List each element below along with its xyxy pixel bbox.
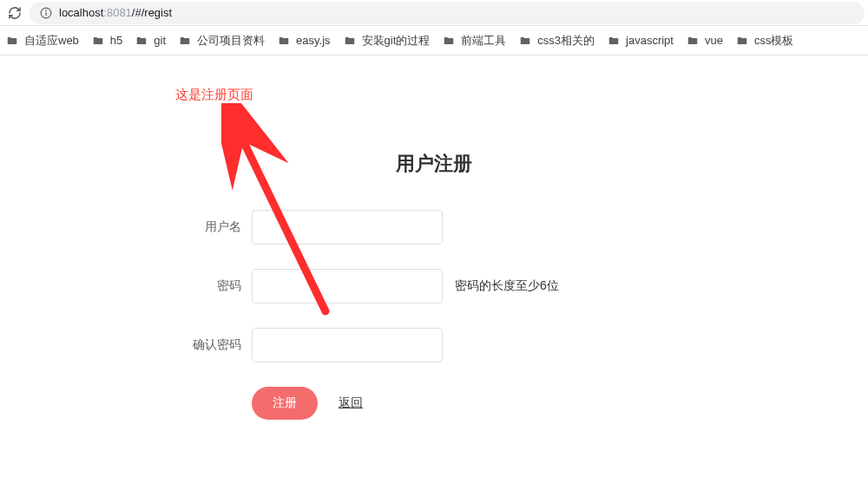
bookmark-item[interactable]: git — [135, 34, 166, 47]
bookmark-label: css3相关的 — [537, 33, 595, 49]
folder-icon — [343, 35, 357, 47]
folder-icon — [91, 35, 105, 47]
folder-icon — [178, 35, 192, 47]
bookmark-label: 前端工具 — [461, 33, 506, 49]
folder-icon — [135, 35, 148, 47]
bookmark-item[interactable]: javascript — [607, 34, 674, 47]
bookmark-label: easy.js — [296, 34, 331, 47]
bookmark-label: 公司项目资料 — [197, 33, 265, 49]
bookmark-item[interactable]: css模板 — [735, 33, 794, 49]
reload-icon — [8, 6, 22, 20]
username-input[interactable] — [252, 210, 443, 245]
form-item-confirm-password: 确认密码 — [156, 328, 712, 362]
register-form: 用户注册 用户名 密码 密码的长度至少6位 确认密码 注册 返回 — [156, 73, 712, 420]
form-item-password: 密码 密码的长度至少6位 — [156, 269, 712, 304]
bookmark-item[interactable]: 自适应web — [5, 33, 79, 49]
annotation-text: 这是注册页面 — [175, 87, 253, 103]
confirm-password-label: 确认密码 — [156, 337, 252, 353]
password-input[interactable] — [252, 269, 443, 304]
folder-icon — [686, 35, 700, 47]
bookmark-label: git — [154, 34, 166, 47]
username-label: 用户名 — [156, 219, 252, 235]
register-button[interactable]: 注册 — [252, 387, 318, 420]
password-hint: 密码的长度至少6位 — [455, 278, 559, 294]
bookmark-item[interactable]: 前端工具 — [442, 33, 506, 49]
page-content: 这是注册页面 用户注册 用户名 密码 密码的长度至少6位 确认密码 注册 返回 — [0, 55, 868, 420]
password-label: 密码 — [156, 278, 252, 294]
form-actions: 注册 返回 — [252, 387, 712, 420]
browser-toolbar: localhost:8081/#/regist — [0, 0, 868, 26]
folder-icon — [607, 35, 621, 47]
bookmark-label: 自适应web — [24, 33, 79, 49]
svg-point-2 — [46, 10, 47, 10]
bookmark-item[interactable]: 安装git的过程 — [343, 33, 431, 49]
folder-icon — [518, 35, 532, 47]
bookmarks-bar: 自适应web h5 git 公司项目资料 easy.js 安装git的过程 前端… — [0, 26, 868, 55]
folder-icon — [5, 35, 19, 47]
bookmark-label: css模板 — [754, 33, 794, 49]
bookmark-item[interactable]: vue — [686, 34, 723, 47]
back-link[interactable]: 返回 — [339, 395, 363, 411]
bookmark-item[interactable]: css3相关的 — [518, 33, 595, 49]
bookmark-label: h5 — [110, 34, 122, 47]
bookmark-label: 安装git的过程 — [362, 33, 431, 49]
form-title: 用户注册 — [156, 151, 712, 177]
info-icon — [40, 7, 52, 19]
url-host: localhost — [59, 6, 103, 19]
bookmark-label: vue — [705, 34, 723, 47]
bookmark-item[interactable]: h5 — [91, 34, 122, 47]
reload-button[interactable] — [3, 2, 26, 24]
folder-icon — [442, 35, 456, 47]
form-item-username: 用户名 — [156, 210, 712, 245]
url-text: localhost:8081/#/regist — [59, 6, 172, 19]
confirm-password-input[interactable] — [252, 328, 443, 362]
folder-icon — [735, 35, 749, 47]
address-bar[interactable]: localhost:8081/#/regist — [30, 2, 865, 24]
url-port: :8081 — [103, 6, 132, 19]
bookmark-item[interactable]: 公司项目资料 — [178, 33, 265, 49]
url-path: /#/regist — [132, 6, 172, 19]
bookmark-label: javascript — [626, 34, 674, 47]
bookmark-item[interactable]: easy.js — [277, 34, 331, 47]
folder-icon — [277, 35, 291, 47]
